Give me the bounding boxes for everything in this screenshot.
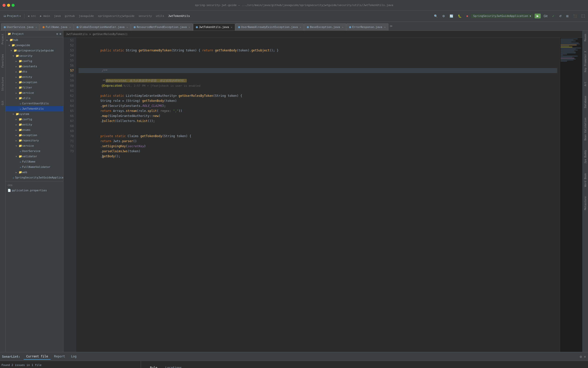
tab-log[interactable]: Log — [68, 354, 79, 360]
tree-item-springsecurity[interactable]: ▼ 📁 springsecurityjwtguide — [6, 48, 63, 53]
git-btn[interactable]: Git — [542, 14, 549, 19]
right-tab-database[interactable]: Database — [583, 95, 587, 109]
checkmark-btn[interactable]: ✓ — [550, 14, 556, 19]
right-tab-jpa[interactable]: Jpa Buddy — [583, 149, 587, 165]
debug-btn[interactable]: 🐛 — [456, 14, 463, 19]
minimap — [560, 38, 582, 352]
right-tab-keypromoter[interactable]: Key Promoter X — [583, 50, 587, 73]
right-tab-metastore[interactable]: Metastore — [583, 195, 587, 211]
right-tab-bean[interactable]: Bean Validation — [583, 117, 587, 141]
sidebar-settings-btn[interactable]: ⚙ — [59, 32, 61, 36]
right-tab-wordbook[interactable]: Word Book — [583, 172, 587, 188]
tree-item-dto[interactable]: ▶ 📁 dto — [6, 69, 63, 74]
tab-usernamealreadyexist[interactable]: UserNameAlreadyExistException.java × — [235, 23, 304, 30]
rule-tab-rule[interactable]: Rule — [146, 365, 161, 368]
issues-summary: Found 2 issues in 1 file — [2, 362, 139, 368]
window-controls[interactable] — [3, 4, 15, 7]
tab-userservice[interactable]: UserService.java × — [1, 23, 40, 30]
tab-jwttoken[interactable]: JwtTokenUtils.java × — [193, 23, 235, 30]
tree-item-hub[interactable]: ▶ 📁 hub — [6, 37, 63, 43]
toolbar: 🗂 Project ▼ ◀ src ▶ main java github jav… — [0, 11, 588, 22]
tree-item-ces[interactable]: ces — [6, 182, 63, 188]
tab-globalexception[interactable]: GlobalExceptionHandler.java × — [74, 23, 131, 30]
left-tab-favorites[interactable]: Favorites — [1, 53, 5, 69]
tree-item-constants[interactable]: ▶ 📁 constants — [6, 64, 63, 69]
tab-resourcenotfound[interactable]: ResourceNotFoundException.java × — [131, 23, 193, 30]
nav-java[interactable]: java — [53, 14, 62, 18]
tree-item-web[interactable]: ▶ 📁 web — [6, 170, 63, 175]
left-tab-project[interactable]: Project — [1, 33, 5, 45]
stop-btn[interactable]: ■ — [465, 14, 469, 19]
fullscreen-btn[interactable]: ⛶ — [580, 14, 586, 19]
terminal-btn[interactable]: ⬛ — [572, 14, 578, 19]
tree-item-security[interactable]: ▼ 📁 security — [6, 53, 63, 58]
layout-btn[interactable]: ⊞ — [565, 14, 570, 19]
maximize-button[interactable] — [12, 4, 15, 7]
tree-item-jwttokenutils[interactable]: ☕ JwtTokenUtils — [6, 106, 63, 111]
tree-item-validator[interactable]: ▼ 📁 validator — [6, 154, 63, 159]
sonarlint-tabs: SonarLint: Current file Report Log ⚙ × — [0, 352, 588, 361]
nav-github[interactable]: github — [63, 14, 76, 18]
nav-utils[interactable]: utils — [154, 14, 166, 18]
tree-item-system[interactable]: ▼ 📁 system — [6, 111, 63, 117]
issues-list: Found 2 issues in 1 file ▼ ☕ JwtTokenUti… — [0, 361, 141, 368]
left-tab-structure[interactable]: Structure — [1, 76, 5, 92]
tree-item-enums[interactable]: ▶ 📁 enums — [6, 127, 63, 133]
tab-errorresponse[interactable]: ErrorResponse.java × — [346, 23, 388, 30]
tree-item-currentuserutils[interactable]: ☕ CurrentUserUtils — [6, 101, 63, 106]
tree-item-javaguide[interactable]: ▼ 📁 javaguide — [6, 43, 63, 48]
tree-item-repository[interactable]: ▶ 📁 repository — [6, 138, 63, 143]
tab-baseexception[interactable]: BaseException.java × — [304, 23, 346, 30]
rule-panel: Rule Locations Deprecated elements shoul… — [141, 361, 588, 368]
tree-item-fullnamevalidator[interactable]: ☕ FullNameValidator — [6, 164, 63, 170]
right-tab-maven[interactable]: Maven — [583, 33, 587, 42]
tree-item-properties[interactable]: 📄 pplication.properties — [6, 188, 63, 193]
tab-current-file[interactable]: Current file — [24, 354, 51, 360]
tree-item-exception2[interactable]: ▶ 📁 exception — [6, 133, 63, 138]
settings-gear-icon[interactable]: ⚙ — [580, 355, 582, 359]
refresh-btn[interactable]: 🔄 — [448, 14, 455, 19]
tab-report[interactable]: Report — [52, 354, 67, 360]
sidebar-sync-btn[interactable]: ⚙ — [56, 32, 58, 36]
tree-item-config[interactable]: ▶ 📁 config — [6, 58, 63, 64]
history-btn[interactable]: ↺ — [558, 14, 563, 19]
project-view-toggle[interactable]: 🗂 Project ▼ — [2, 14, 22, 18]
close-panel-icon[interactable]: × — [584, 355, 586, 359]
code-line-51: public static String getUsernameByToken(… — [79, 38, 557, 43]
nav-javaguide[interactable]: javaguide — [77, 14, 95, 18]
run-button[interactable]: ▶ — [535, 14, 541, 18]
tree-item-exception[interactable]: ▶ 📁 exception — [6, 80, 63, 85]
tree-item-entity[interactable]: ▶ 📁 entity — [6, 74, 63, 80]
code-line-73: } — [79, 149, 557, 154]
code-content[interactable]: public static String getUsernameByToken(… — [76, 38, 560, 352]
close-button[interactable] — [3, 4, 6, 7]
tree-item-service-security[interactable]: ▶ 📁 service — [6, 90, 63, 96]
nav-jwt[interactable]: JwtTokenUtils — [167, 14, 191, 18]
tree-item-service2[interactable]: ▼ 📁 service — [6, 143, 63, 148]
left-tab-git[interactable]: Git — [1, 100, 5, 106]
tree-item-userservice[interactable]: ☕ UserService — [6, 148, 63, 154]
minimize-button[interactable] — [7, 4, 10, 7]
tree-item-entity2[interactable]: ▶ 📁 entity — [6, 122, 63, 127]
tree-item-springapp[interactable]: ☕ SpringSecurityJwtGuideApplication — [6, 175, 63, 180]
tree-item-fullname[interactable]: ☕ FullName — [6, 159, 63, 164]
code-line-72: .getBody(); — [79, 144, 557, 149]
nav-src[interactable]: ◀ src — [26, 14, 38, 18]
right-tab-art[interactable]: Art — [583, 81, 587, 87]
tab-fullname[interactable]: FullName.java × — [40, 23, 74, 30]
run-config-selector[interactable]: SpringSecurityJwtGuideApplication ▼ — [471, 14, 533, 18]
settings-btn[interactable]: ⚙ — [441, 14, 447, 19]
search-everywhere-btn[interactable]: 🔍 — [432, 14, 439, 19]
more-tabs-btn[interactable]: ≫ — [390, 24, 393, 28]
nav-springsecurity[interactable]: springsecurityjwtguide — [96, 14, 136, 18]
tree-item-utils[interactable]: ▼ 📁 utils — [6, 96, 63, 101]
editor-area: JwtTokenUtils > getUserRolesByToken() 51… — [63, 31, 582, 352]
rule-tab-locations[interactable]: Locations — [161, 365, 186, 368]
tree-item-config2[interactable]: ▶ 📁 config — [6, 117, 63, 122]
code-line-57: * @deprecated. 改为从数据库中获取，保证权限的即时性。 Kou, … — [79, 68, 557, 73]
tree-item-filter[interactable]: ▶ 📁 filter — [6, 85, 63, 90]
nav-security[interactable]: security — [137, 14, 153, 18]
breadcrumb: JwtTokenUtils > getUserRolesByToken() — [63, 31, 582, 38]
code-editor[interactable]: 51 52 53 54 55 56 57 58 59 60 61 62 63 6… — [63, 38, 582, 352]
nav-main[interactable]: ▶ main — [39, 14, 52, 18]
